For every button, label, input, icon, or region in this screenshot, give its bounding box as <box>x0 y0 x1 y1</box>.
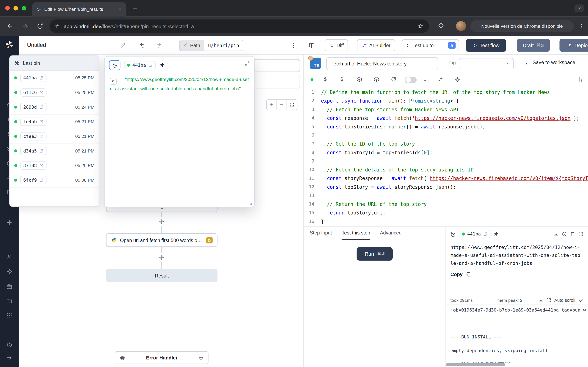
more-options-icon[interactable] <box>290 42 297 49</box>
ai-assistant-icon[interactable] <box>438 76 444 82</box>
flow-node-step[interactable]: Open url and fetch first 500 words of ..… <box>106 233 218 247</box>
browser-tab[interactable]: Edit Flow u/henri/pin_results <box>32 2 126 17</box>
external-link-icon[interactable] <box>148 63 153 67</box>
browser-menu-icon[interactable] <box>578 23 584 29</box>
tab-advanced[interactable]: Advanced <box>380 226 402 240</box>
run-id-chip[interactable]: 1e4ab <box>20 118 47 126</box>
ai-builder-button[interactable]: AI Builder <box>357 39 395 51</box>
run-id-chip[interactable]: 6f1c6 <box>20 88 47 96</box>
last-pin-row[interactable]: 6fcf9 05:08 PM <box>10 173 99 188</box>
editor-toggle[interactable] <box>405 77 417 83</box>
profile-avatar[interactable] <box>456 21 466 31</box>
run-id-chip[interactable]: 441ba <box>124 61 156 69</box>
diff-mode-icon[interactable] <box>421 76 427 82</box>
copy-result-button[interactable]: Copy <box>450 272 584 277</box>
run-id-chip[interactable]: 441ba <box>459 230 491 238</box>
code-editor[interactable]: 1// Define the main function to fetch th… <box>304 87 588 226</box>
sidebar-item-folders[interactable] <box>6 298 12 304</box>
zoom-fit-button[interactable] <box>287 100 297 110</box>
tag-select[interactable] <box>459 58 514 69</box>
reload-button[interactable] <box>36 23 43 30</box>
zoom-in-button[interactable] <box>267 100 277 110</box>
last-pin-row[interactable]: cfee3 05:21 PM <box>10 129 99 144</box>
save-to-workspace-button[interactable]: Save to workspace <box>523 59 575 65</box>
last-pin-row[interactable]: 441ba 05:25 PM <box>10 71 99 85</box>
external-link-icon[interactable] <box>483 232 488 236</box>
last-pin-row[interactable]: 1e4ab 05:21 PM <box>10 115 99 129</box>
forward-button[interactable] <box>22 23 29 30</box>
edit-name-icon[interactable] <box>120 42 126 48</box>
tab-test-this-step[interactable]: Test this step <box>342 226 370 240</box>
diff-button[interactable]: Diff <box>325 39 348 51</box>
test-up-to-button[interactable]: Test up to a <box>402 39 459 51</box>
window-minimize-button[interactable] <box>13 6 18 10</box>
resize-handle-icon[interactable] <box>248 201 253 205</box>
editor-settings-icon[interactable] <box>454 76 460 82</box>
sidebar-item-settings[interactable] <box>6 268 12 275</box>
history-button[interactable] <box>109 60 120 70</box>
expand-logs-icon[interactable] <box>546 298 551 303</box>
run-id-chip[interactable]: d34a5 <box>20 147 47 155</box>
extensions-icon[interactable] <box>438 23 444 29</box>
tab-close-icon[interactable] <box>118 7 122 12</box>
fullscreen-icon[interactable] <box>578 231 584 237</box>
download-icon[interactable] <box>553 231 559 237</box>
history-icon[interactable] <box>450 231 456 237</box>
draft-button[interactable]: Draft⌘S <box>517 39 550 52</box>
clipboard-icon[interactable] <box>570 231 575 237</box>
sidebar-item-account[interactable] <box>6 254 12 260</box>
new-tab-button[interactable] <box>132 5 138 11</box>
run-button[interactable]: Run⌘⏎ <box>357 247 393 261</box>
download-logs-icon[interactable] <box>538 298 543 303</box>
last-pin-row[interactable]: d34a5 05:21 PM <box>10 144 99 158</box>
window-close-button[interactable] <box>5 6 10 10</box>
variables-icon[interactable] <box>323 76 328 82</box>
last-pin-row[interactable]: 2893d 05:24 PM <box>10 100 99 115</box>
library-icon[interactable] <box>577 76 583 82</box>
auto-scroll-checkbox[interactable] <box>578 298 584 303</box>
sidebar-item-workers[interactable] <box>6 284 12 289</box>
tab-search-button[interactable] <box>575 4 584 12</box>
site-settings-icon[interactable] <box>55 24 60 29</box>
run-id-chip[interactable]: cfee3 <box>20 132 47 140</box>
unpin-icon[interactable] <box>14 60 20 66</box>
flow-node-result[interactable]: Result <box>106 269 218 282</box>
step-summary-input[interactable] <box>326 57 438 70</box>
expand-icon[interactable] <box>245 61 250 66</box>
run-id-chip[interactable]: 2893d <box>20 103 47 111</box>
add-error-step-icon[interactable] <box>199 355 204 360</box>
docs-icon[interactable] <box>308 42 315 49</box>
deploy-button[interactable]: Deploy <box>559 39 588 52</box>
tab-step-input[interactable]: Step Input <box>310 226 332 240</box>
reload-script-icon[interactable] <box>391 76 397 82</box>
info-icon[interactable] <box>562 231 567 237</box>
zoom-out-button[interactable] <box>277 100 287 110</box>
last-pin-row[interactable]: 37188 05:20 PM <box>10 158 99 173</box>
back-button[interactable] <box>7 23 13 30</box>
window-zoom-button[interactable] <box>22 6 26 10</box>
pin-icon[interactable] <box>493 231 499 237</box>
flow-name[interactable]: Untitled <box>27 42 46 48</box>
run-id-chip[interactable]: 37188 <box>20 161 47 170</box>
test-flow-button[interactable]: Test flow <box>466 39 506 52</box>
pin-icon[interactable] <box>159 62 165 68</box>
run-id-chip[interactable]: 441ba <box>20 74 47 82</box>
sidebar-item-apps[interactable] <box>6 312 12 318</box>
run-id-chip[interactable]: 6fcf9 <box>20 176 47 184</box>
resources-icon[interactable] <box>339 76 345 82</box>
lockfile-icon[interactable] <box>373 76 379 82</box>
horizontal-scrollbar[interactable] <box>446 363 505 366</box>
redo-button[interactable] <box>156 42 162 48</box>
address-bar[interactable]: app.windmill.dev/flows/edit/u/henri/pin_… <box>49 20 429 33</box>
sidebar-expand-button[interactable] <box>6 355 12 360</box>
path-control[interactable]: Path u/henri/pin <box>179 40 243 51</box>
last-pin-row[interactable]: 6f1c6 05:25 PM <box>10 85 99 100</box>
flow-node-error-handler[interactable]: Error Handler <box>115 351 208 364</box>
log-output[interactable]: job=019634e7-9d30-b7cb-1e89-03a64ed441ba… <box>450 307 588 363</box>
sidebar-help-button[interactable] <box>6 342 12 348</box>
windmill-logo-icon[interactable] <box>4 40 14 50</box>
add-step-button[interactable] <box>157 217 166 226</box>
undo-button[interactable] <box>139 42 145 48</box>
dependencies-icon[interactable] <box>356 76 362 82</box>
sidebar-add-button[interactable] <box>6 219 13 226</box>
